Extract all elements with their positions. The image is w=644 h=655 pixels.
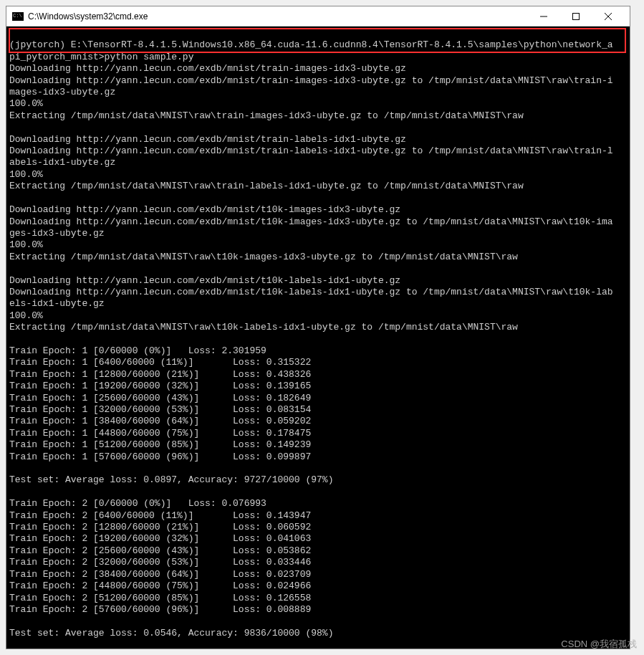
svg-rect-1 — [572, 13, 579, 19]
minimize-button[interactable] — [527, 6, 559, 27]
window-title: C:\Windows\system32\cmd.exe — [28, 11, 527, 21]
close-button[interactable] — [592, 6, 624, 27]
console-output[interactable]: (jpytorch) E:\TensorRT-8.4.1.5.Windows10… — [6, 27, 630, 649]
titlebar[interactable]: C:\Windows\system32\cmd.exe — [6, 6, 630, 27]
window-controls — [527, 6, 624, 27]
cmd-icon — [12, 12, 24, 21]
maximize-button[interactable] — [559, 6, 592, 27]
cmd-window: C:\Windows\system32\cmd.exe (jpytorch) E… — [6, 6, 630, 649]
watermark-text: CSDN @我宿孤栈 — [561, 638, 637, 651]
